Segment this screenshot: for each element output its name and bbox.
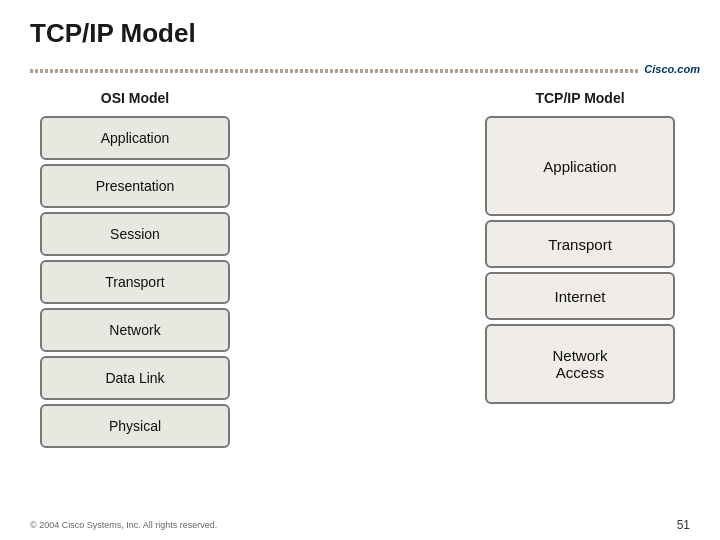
osi-layer-transport: Transport	[40, 260, 230, 304]
main-content: OSI Model Application Presentation Sessi…	[30, 85, 690, 510]
tcpip-layer-application: Application	[485, 116, 675, 216]
osi-layer-physical: Physical	[40, 404, 230, 448]
osi-layer-session: Session	[40, 212, 230, 256]
tcpip-layer-network-access: NetworkAccess	[485, 324, 675, 404]
tcpip-layer-transport: Transport	[485, 220, 675, 268]
tcpip-column: TCP/IP Model Application Transport Inter…	[470, 90, 690, 408]
page-title: TCP/IP Model	[0, 0, 720, 49]
osi-layer-datalink: Data Link	[40, 356, 230, 400]
models-container: OSI Model Application Presentation Sessi…	[30, 85, 690, 510]
footer-page-number: 51	[677, 518, 690, 532]
osi-label: OSI Model	[101, 90, 169, 106]
tcpip-layer-internet: Internet	[485, 272, 675, 320]
osi-layer-presentation: Presentation	[40, 164, 230, 208]
cisco-logo: Cisco.com	[644, 63, 700, 75]
osi-layer-application: Application	[40, 116, 230, 160]
footer: © 2004 Cisco Systems, Inc. All rights re…	[30, 518, 690, 532]
cisco-bar: Cisco.com	[0, 60, 720, 78]
osi-layer-network: Network	[40, 308, 230, 352]
osi-column: OSI Model Application Presentation Sessi…	[30, 90, 240, 452]
footer-copyright: © 2004 Cisco Systems, Inc. All rights re…	[30, 520, 217, 530]
decorative-line	[30, 69, 640, 73]
tcpip-label: TCP/IP Model	[535, 90, 624, 106]
